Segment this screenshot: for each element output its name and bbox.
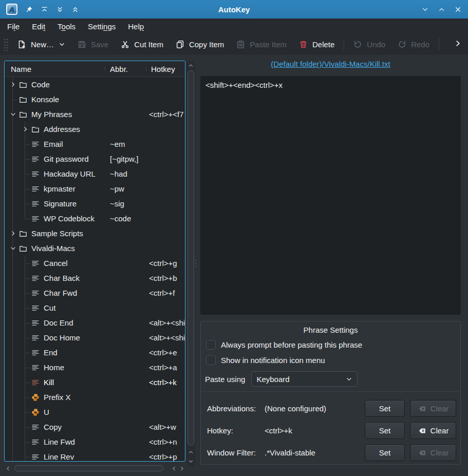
phrase-content-editor[interactable]: <shift>+<end><ctrl>+x bbox=[200, 76, 461, 315]
horizontal-scrollbar-thumb[interactable] bbox=[14, 465, 163, 471]
scroll-down-icon[interactable] bbox=[186, 457, 195, 465]
tree-row-doc-home[interactable]: Doc Home<alt>+<shi bbox=[5, 330, 185, 345]
tree-item-name: Vivaldi-Macs bbox=[31, 244, 75, 253]
column-header-hotkey[interactable]: Hotkey bbox=[146, 65, 185, 73]
toolbar-button-label: New… bbox=[31, 40, 54, 49]
expander-expanded-icon[interactable] bbox=[9, 244, 17, 253]
tree-row-u[interactable]: U bbox=[5, 405, 185, 420]
abbreviations-row: Abbreviations:(None configured)SetClear bbox=[207, 400, 456, 417]
expander-collapsed-icon[interactable] bbox=[21, 125, 29, 134]
tree-item-hotkey: <alt>+<shi bbox=[146, 318, 185, 327]
tree-row-end[interactable]: End<ctrl>+e bbox=[5, 345, 185, 360]
scroll-left-icon[interactable] bbox=[4, 464, 11, 473]
scroll-up-icon[interactable] bbox=[186, 448, 195, 456]
tree-row-konsole[interactable]: Konsole bbox=[5, 92, 185, 107]
new-document-icon bbox=[17, 40, 26, 49]
toolbar-new-button[interactable]: New… bbox=[12, 36, 71, 52]
prompt-before-paste-checkbox[interactable] bbox=[206, 340, 216, 350]
expander-collapsed-icon[interactable] bbox=[9, 81, 17, 89]
shade-icon[interactable] bbox=[71, 6, 79, 13]
tree-horizontal-scrollbar[interactable] bbox=[4, 464, 186, 473]
column-header-abbr[interactable]: Abbr. bbox=[105, 65, 146, 73]
expander-expanded-icon[interactable] bbox=[9, 110, 17, 119]
toolbar-separator bbox=[344, 38, 344, 51]
menu-edit[interactable]: Edit bbox=[26, 20, 51, 33]
tree-row-my-phrases[interactable]: My Phrases<ctrl>+<f7 bbox=[5, 107, 185, 122]
autokey-app-icon[interactable]: A bbox=[6, 4, 17, 15]
keep-below-icon[interactable] bbox=[56, 6, 64, 13]
tree-row-wp-codeblock[interactable]: WP Codeblock~code bbox=[5, 211, 185, 226]
scroll-up-icon[interactable] bbox=[186, 61, 195, 69]
phrase-icon bbox=[31, 259, 40, 268]
tree-row-signature[interactable]: Signature~sig bbox=[5, 196, 185, 211]
expander-slot bbox=[21, 438, 29, 446]
menu-file[interactable]: File bbox=[1, 20, 26, 33]
phrase-icon bbox=[31, 200, 40, 208]
tree-body: CodeKonsoleMy Phrases<ctrl>+<f7Addresses… bbox=[5, 77, 185, 462]
tree-row-vivaldi-macs[interactable]: Vivaldi-Macs bbox=[5, 241, 185, 256]
show-in-notification-checkbox[interactable] bbox=[206, 355, 216, 365]
tree-row-addresses[interactable]: Addresses bbox=[5, 122, 185, 137]
phrase-icon bbox=[31, 438, 40, 446]
hotkey-set-button[interactable]: Set bbox=[365, 422, 405, 439]
tree-row-hackaday-url[interactable]: Hackaday URL~had bbox=[5, 166, 185, 181]
tree-item-name: Cancel bbox=[44, 259, 68, 268]
tree-item-name: Code bbox=[31, 80, 50, 89]
tree-row-kill[interactable]: Kill<ctrl>+k bbox=[5, 375, 185, 390]
expander-collapsed-icon[interactable] bbox=[9, 230, 17, 238]
pin-icon[interactable] bbox=[25, 6, 33, 13]
tree-row-sample-scripts[interactable]: Sample Scripts bbox=[5, 226, 185, 241]
expander-slot bbox=[21, 349, 29, 357]
phrase-icon bbox=[31, 334, 40, 342]
panel-splitter-handle[interactable] bbox=[194, 256, 197, 271]
toolbar-copy-item-button[interactable]: Copy Item bbox=[170, 36, 230, 52]
chevron-down-icon bbox=[59, 41, 65, 48]
tree-row-git-password[interactable]: Git password[~gitpw,] bbox=[5, 151, 185, 166]
tree-row-line-fwd[interactable]: Line Fwd<ctrl>+n bbox=[5, 434, 185, 449]
tree-row-kpmaster[interactable]: kpmaster~pw bbox=[5, 181, 185, 196]
menu-settings[interactable]: Settings bbox=[82, 20, 122, 33]
tree-row-code[interactable]: Code bbox=[5, 77, 185, 92]
tree-row-cut[interactable]: Cut bbox=[5, 300, 185, 315]
tree-row-home[interactable]: Home<ctrl>+a bbox=[5, 360, 185, 375]
paste-using-dropdown[interactable]: Keyboard bbox=[251, 371, 358, 387]
toolbar-button-label: Undo bbox=[367, 40, 385, 49]
menu-tools[interactable]: Tools bbox=[51, 20, 82, 33]
menu-help[interactable]: Help bbox=[122, 20, 150, 33]
minimize-icon[interactable] bbox=[421, 6, 429, 13]
close-icon[interactable] bbox=[454, 6, 462, 13]
scroll-left-icon[interactable] bbox=[170, 464, 177, 473]
phrase-icon bbox=[31, 378, 40, 387]
maximize-icon[interactable] bbox=[438, 6, 445, 13]
tree-row-email[interactable]: Email~em bbox=[5, 137, 185, 151]
cut-icon bbox=[121, 40, 129, 49]
keep-above-icon[interactable] bbox=[41, 6, 48, 13]
tree-row-line-rev[interactable]: Line Rev<ctrl>+p bbox=[5, 449, 185, 462]
expander-slot bbox=[21, 200, 29, 208]
toolbar-delete-button[interactable]: Delete bbox=[293, 36, 340, 52]
tree-item-name: Kill bbox=[44, 378, 54, 387]
phrase-file-path-link[interactable]: (Default folder)/Vivaldi-Macs/Kill.txt bbox=[271, 60, 390, 68]
tree-row-copy[interactable]: Copy<alt>+w bbox=[5, 420, 185, 434]
tree-row-doc-end[interactable]: Doc End<alt>+<shi bbox=[5, 315, 185, 330]
toolbar-separator bbox=[439, 38, 439, 51]
toolbar-grip-handle[interactable] bbox=[3, 37, 8, 51]
vertical-scrollbar-thumb[interactable] bbox=[188, 70, 194, 446]
tree-row-char-back[interactable]: Char Back<ctrl>+b bbox=[5, 271, 185, 285]
window-filter-set-button[interactable]: Set bbox=[365, 444, 405, 461]
right-panel: (Default folder)/Vivaldi-Macs/Kill.txt <… bbox=[200, 54, 461, 73]
expander-slot bbox=[21, 393, 29, 402]
toolbar-overflow-button[interactable] bbox=[451, 36, 465, 52]
tree-row-cancel[interactable]: Cancel<ctrl>+g bbox=[5, 256, 185, 271]
phrase-icon bbox=[31, 319, 40, 327]
abbreviations-set-button[interactable]: Set bbox=[365, 400, 405, 417]
column-header-name[interactable]: Name bbox=[5, 65, 105, 73]
toolbar-cut-item-button[interactable]: Cut Item bbox=[115, 36, 169, 52]
expander-slot bbox=[9, 96, 17, 104]
scroll-right-icon[interactable] bbox=[178, 464, 185, 473]
tree-row-prefix-x[interactable]: Prefix X bbox=[5, 390, 185, 405]
tree-row-char-fwd[interactable]: Char Fwd<ctrl>+f bbox=[5, 285, 185, 300]
hotkey-clear-button[interactable]: Clear bbox=[410, 422, 456, 439]
folder-icon bbox=[19, 244, 27, 253]
expander-slot bbox=[21, 289, 29, 297]
